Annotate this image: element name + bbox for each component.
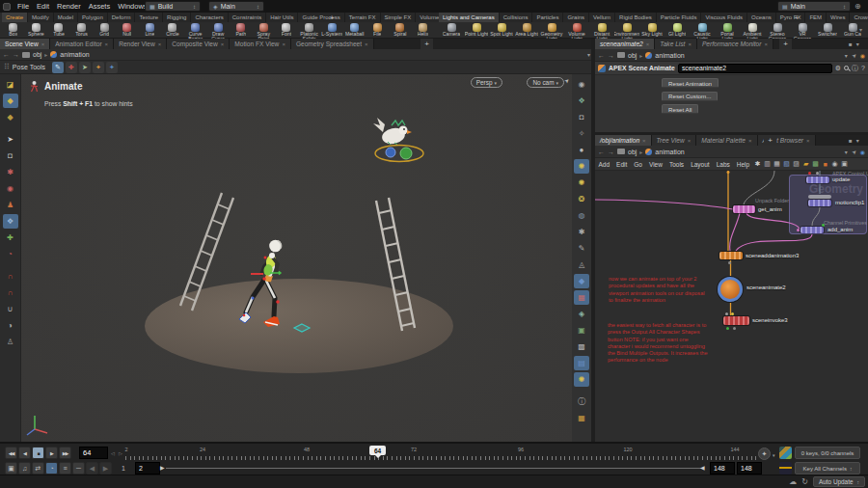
gallery-icon[interactable]: ◉	[860, 52, 865, 59]
shelf-tab[interactable]: Deform	[108, 13, 136, 22]
pane-tab-add-button[interactable]: +	[764, 135, 776, 146]
display-option-icon[interactable]: ▦	[574, 290, 589, 305]
shelf-tool[interactable]: Circle	[161, 22, 184, 39]
network-menu-item[interactable]: Add	[595, 161, 613, 168]
shelf-tool[interactable]: Box	[2, 22, 25, 39]
pose-tool-button[interactable]: ✚	[66, 62, 77, 73]
node-update[interactable]	[806, 176, 829, 183]
tool-icon[interactable]: ◆	[3, 94, 18, 108]
shelf-tool[interactable]: Sphere	[25, 22, 48, 39]
reset-animation-button[interactable]: Reset Animation	[662, 78, 719, 88]
range-slider[interactable]	[166, 468, 702, 469]
shelf-tool[interactable]: Font	[275, 22, 298, 39]
display-option-icon[interactable]: ▩	[574, 339, 589, 354]
breadcrumb-root[interactable]: obj	[628, 149, 637, 155]
shelf-tab[interactable]: Terrain FX	[345, 13, 381, 22]
spinner-icon[interactable]: ↕	[193, 4, 196, 10]
key-all-channels-dropdown[interactable]: Key All Channels↕	[795, 462, 860, 474]
snapshot-icon[interactable]: ◉	[860, 149, 865, 155]
display-option-icon[interactable]: ▦	[574, 411, 589, 425]
shelf-tab[interactable]: Simple FX	[381, 13, 417, 22]
display-option-icon[interactable]: ◈	[574, 307, 589, 321]
reset-custom-button[interactable]: Reset Custom...	[662, 92, 718, 101]
display-option-icon[interactable]: ▤	[574, 356, 589, 370]
shelf-overflow-icon[interactable]: ▾	[859, 26, 862, 33]
network-menu-item[interactable]: Help	[733, 161, 752, 168]
close-icon[interactable]: ×	[158, 41, 162, 47]
display-option-icon[interactable]: ⓘ	[574, 394, 589, 409]
spinner-icon[interactable]: ↕	[257, 4, 259, 10]
network-toolbar-icon[interactable]: ▧	[782, 159, 792, 169]
forward-icon[interactable]: →	[608, 149, 614, 155]
desktop-build-dropdown[interactable]: ▦ Build↕	[145, 1, 201, 12]
node-flag-dot[interactable]	[725, 312, 728, 315]
chicken-root-control[interactable]	[375, 146, 423, 162]
node-sceneaddanimation3[interactable]	[719, 252, 743, 259]
close-icon[interactable]: ×	[688, 41, 692, 47]
refresh-icon[interactable]: ↻	[801, 477, 808, 486]
node-flag-dot[interactable]	[816, 172, 819, 175]
close-icon[interactable]: ×	[765, 41, 769, 47]
tool-icon[interactable]: ➤	[3, 132, 18, 147]
pane-tab[interactable]: Animation Editor×	[50, 39, 114, 49]
network-toolbar-icon[interactable]: ■	[821, 159, 830, 169]
display-option-icon[interactable]: ✺	[574, 159, 589, 174]
playbar-option-icon[interactable]: ▶	[99, 462, 112, 474]
network-toolbar-icon[interactable]: ▩	[811, 159, 821, 169]
menu-item[interactable]: Render	[53, 2, 85, 11]
display-option-icon[interactable]: ✱	[574, 225, 589, 239]
network-menu-item[interactable]: Labs	[713, 161, 733, 168]
shelf-tool[interactable]: Spot Light	[489, 22, 514, 39]
close-icon[interactable]: ×	[282, 41, 285, 47]
help-circle-icon[interactable]: ⊕	[854, 2, 861, 11]
shelf-tool[interactable]: File	[366, 22, 390, 39]
pane-tab[interactable]: Take List×	[655, 39, 697, 49]
shelf-tool[interactable]: Spiral	[389, 22, 412, 39]
set-key-button[interactable]: ✦	[758, 447, 771, 460]
shelf-tab[interactable]: Wires	[827, 13, 850, 22]
pane-tab[interactable]: Performance Monitor×	[697, 39, 773, 49]
node-bypass-dot[interactable]	[733, 327, 736, 330]
node-add-anim[interactable]	[800, 227, 824, 233]
shelf-tool[interactable]: Helix	[412, 22, 435, 39]
node-get-anim[interactable]	[733, 205, 755, 213]
gear-icon[interactable]: ⚙	[835, 65, 841, 72]
shelf-tool[interactable]: Sky Light	[639, 22, 665, 39]
help-icon[interactable]: ?	[861, 65, 865, 71]
cloud-icon[interactable]: ☁	[789, 477, 797, 486]
shelf-tool[interactable]: Distant Light	[589, 22, 614, 39]
pane-tab[interactable]: Motion FX View×	[230, 39, 291, 49]
shelf-tool[interactable]: Grid	[93, 22, 116, 39]
range-start-field[interactable]	[135, 462, 160, 474]
shelf-tool[interactable]: Switcher	[815, 22, 840, 39]
menu-item[interactable]: Assets	[85, 2, 115, 11]
shelf-tab[interactable]: Modify	[28, 13, 54, 22]
pane-tab[interactable]: Render View×	[114, 39, 167, 49]
display-option-icon[interactable]: ❂	[574, 192, 589, 206]
network-toolbar-icon[interactable]: ✱	[753, 159, 763, 169]
tool-icon[interactable]: ∩	[3, 269, 18, 284]
breadcrumb-current[interactable]: animation	[655, 52, 684, 59]
range-slider-left-handle[interactable]: ▶	[160, 464, 165, 471]
reset-all-button[interactable]: Reset All	[662, 104, 698, 114]
tool-icon[interactable]: ◉	[3, 181, 18, 196]
shelf-tab[interactable]: Constraints	[229, 13, 266, 22]
tool-icon[interactable]: ◑	[3, 318, 18, 333]
node-flag-dot[interactable]	[808, 172, 811, 175]
shelf-tool[interactable]: Caustic Light	[690, 22, 715, 39]
playbar-option-icon[interactable]: ♫	[18, 462, 31, 474]
no-cam-dropdown[interactable]: No cam▾	[527, 77, 564, 88]
shelf-tab[interactable]: Create	[2, 13, 28, 22]
pane-tab[interactable]: Composite View×	[167, 39, 230, 49]
shelf-tab[interactable]: Rigid Bodies	[615, 13, 657, 22]
pane-tab[interactable]: Tree View×	[652, 135, 697, 146]
shelf-tool[interactable]: Volume Light	[564, 22, 589, 39]
shelf-tool[interactable]: Draw Curve	[206, 22, 230, 39]
shelf-tab[interactable]: Texture	[135, 13, 163, 22]
shelf-tool[interactable]: Platonic Solids	[298, 22, 321, 39]
shelf-tool[interactable]: Environment Light	[614, 22, 639, 39]
auto-update-dropdown[interactable]: Auto Update↕	[813, 476, 865, 487]
playbar-option-icon[interactable]: ⇄	[32, 462, 44, 474]
drag-handle-icon[interactable]: ⠿	[4, 63, 10, 71]
tool-icon[interactable]: ◆	[3, 110, 18, 124]
